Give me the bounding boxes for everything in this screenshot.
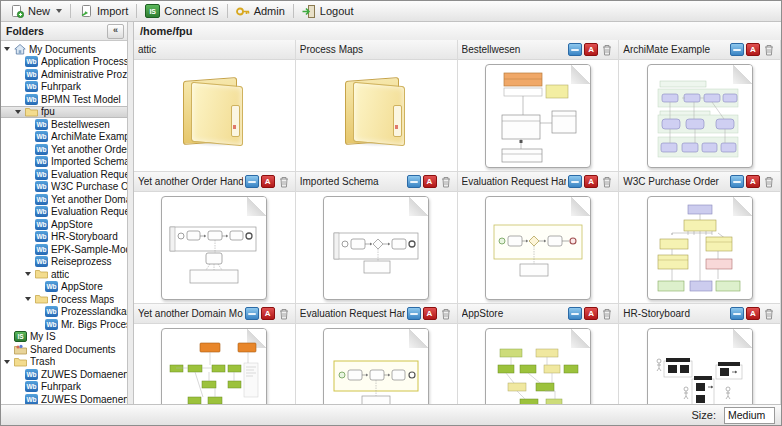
collapse-panel-button[interactable]: «: [107, 24, 124, 39]
model-edit-icon[interactable]: [730, 43, 744, 56]
pdf-export-icon[interactable]: A: [261, 175, 275, 188]
wb-model-icon: Wb: [25, 94, 38, 105]
delete-icon[interactable]: [762, 307, 776, 320]
card-body[interactable]: [619, 60, 780, 171]
expander-icon[interactable]: [25, 272, 35, 276]
pdf-export-icon[interactable]: A: [423, 307, 437, 320]
tree-item-attic[interactable]: attic: [1, 268, 127, 281]
tree-item[interactable]: WbMr. Bigs Processes: [1, 318, 127, 331]
tree-item[interactable]: WbBestellwesen: [1, 118, 127, 131]
delete-icon[interactable]: [439, 175, 453, 188]
card-body[interactable]: [619, 324, 780, 404]
model-edit-icon[interactable]: [568, 43, 582, 56]
tree-item[interactable]: WbEvaluation Request Handling: [1, 168, 127, 181]
model-edit-icon[interactable]: [407, 175, 421, 188]
grid-card-document[interactable]: Evaluation Request Handling A: [458, 172, 620, 304]
model-edit-icon[interactable]: [568, 175, 582, 188]
folder-tree: My Documents WbApplication Processing Wb…: [1, 41, 127, 404]
admin-key-icon: [236, 4, 250, 18]
model-edit-icon[interactable]: [568, 307, 582, 320]
logout-button[interactable]: Logout: [297, 3, 359, 19]
grid-card-document[interactable]: ArchiMate Example A: [619, 40, 781, 172]
model-edit-icon[interactable]: [730, 175, 744, 188]
tree-item[interactable]: WbZUWES Domaenenmodell: [1, 393, 127, 404]
tree-item[interactable]: WbProzesslandkarte: [1, 306, 127, 319]
expander-icon[interactable]: [4, 360, 14, 364]
tree-item[interactable]: WbImported Schema: [1, 156, 127, 169]
delete-icon[interactable]: [762, 43, 776, 56]
tree-item[interactable]: WbYet another Domain Model: [1, 193, 127, 206]
pdf-export-icon[interactable]: A: [746, 43, 760, 56]
pdf-export-icon[interactable]: A: [746, 175, 760, 188]
delete-icon[interactable]: [600, 43, 614, 56]
tree-item-process-maps[interactable]: Process Maps: [1, 293, 127, 306]
size-select[interactable]: Medium: [724, 407, 775, 424]
pdf-export-icon[interactable]: A: [261, 307, 275, 320]
pdf-export-icon[interactable]: A: [584, 43, 598, 56]
model-edit-icon[interactable]: [730, 307, 744, 320]
new-button[interactable]: New: [5, 3, 67, 19]
tree-item[interactable]: WbFuhrpark: [1, 81, 127, 94]
grid-card-folder[interactable]: attic: [134, 40, 296, 172]
tree-item[interactable]: WbYet another Order Handling: [1, 143, 127, 156]
card-body[interactable]: [134, 60, 295, 171]
grid-card-document[interactable]: W3C Purchase Order A: [619, 172, 781, 304]
tree-item[interactable]: WbApplication Processing: [1, 56, 127, 69]
pdf-export-icon[interactable]: A: [746, 307, 760, 320]
document-thumbnail: [323, 328, 429, 405]
tree-item[interactable]: WbEvaluation Request Handling: [1, 206, 127, 219]
tree-item[interactable]: WbAdministrative Prozesse: [1, 68, 127, 81]
tree-item[interactable]: WbW3C Purchase Order: [1, 181, 127, 194]
delete-icon[interactable]: [439, 307, 453, 320]
card-body[interactable]: [458, 60, 619, 171]
expander-icon[interactable]: [15, 110, 25, 114]
tree-item-my-is[interactable]: ISMy IS: [1, 331, 127, 344]
pdf-export-icon[interactable]: A: [584, 175, 598, 188]
card-body[interactable]: [458, 192, 619, 303]
card-body[interactable]: [134, 324, 295, 404]
grid-card-document[interactable]: AppStore A: [458, 304, 620, 404]
grid-card-document[interactable]: Evaluation Request Handling A: [296, 304, 458, 404]
grid-card-document[interactable]: Imported Schema A: [296, 172, 458, 304]
expander-icon[interactable]: [25, 297, 35, 301]
connect-is-button[interactable]: IS Connect IS: [140, 3, 223, 19]
model-edit-icon[interactable]: [407, 307, 421, 320]
grid-card-document[interactable]: Bestellwesen A: [458, 40, 620, 172]
pdf-export-icon[interactable]: A: [584, 307, 598, 320]
model-edit-icon[interactable]: [245, 175, 259, 188]
delete-icon[interactable]: [277, 175, 291, 188]
card-body[interactable]: [458, 324, 619, 404]
pdf-export-icon[interactable]: A: [423, 175, 437, 188]
delete-icon[interactable]: [600, 175, 614, 188]
import-button[interactable]: Import: [74, 3, 133, 19]
tree-item[interactable]: WbHR-Storyboard: [1, 231, 127, 244]
card-body[interactable]: [296, 60, 457, 171]
tree-item[interactable]: WbArchiMate Example: [1, 131, 127, 144]
card-body[interactable]: [619, 192, 780, 303]
grid-card-folder[interactable]: Process Maps: [296, 40, 458, 172]
admin-button[interactable]: Admin: [231, 3, 290, 19]
grid-card-document[interactable]: Yet another Order Handling A: [134, 172, 296, 304]
grid-card-document[interactable]: HR-Storyboard A: [619, 304, 781, 404]
tree-item[interactable]: WbEPK-Sample-Model: [1, 243, 127, 256]
tree-item[interactable]: WbAppStore: [1, 218, 127, 231]
tree-item[interactable]: WbZUWES Domaenenmodell: [1, 368, 127, 381]
card-body[interactable]: [296, 192, 457, 303]
tree-item-fpu-selected[interactable]: fpu: [1, 106, 127, 119]
tree-item-my-documents[interactable]: My Documents: [1, 43, 127, 56]
is-icon: IS: [14, 331, 27, 342]
tree-item[interactable]: WbBPMN Test Model: [1, 93, 127, 106]
tree-item[interactable]: WbAppStore: [1, 281, 127, 294]
delete-icon[interactable]: [277, 307, 291, 320]
card-body[interactable]: [296, 324, 457, 404]
tree-item[interactable]: WbFuhrpark: [1, 381, 127, 394]
delete-icon[interactable]: [600, 307, 614, 320]
delete-icon[interactable]: [762, 175, 776, 188]
grid-card-document[interactable]: Yet another Domain Model A: [134, 304, 296, 404]
model-edit-icon[interactable]: [245, 307, 259, 320]
tree-item-trash[interactable]: Trash: [1, 356, 127, 369]
card-body[interactable]: [134, 192, 295, 303]
expander-icon[interactable]: [4, 47, 14, 51]
tree-item[interactable]: WbReiseprozess: [1, 256, 127, 269]
tree-item-shared-documents[interactable]: Shared Documents: [1, 343, 127, 356]
